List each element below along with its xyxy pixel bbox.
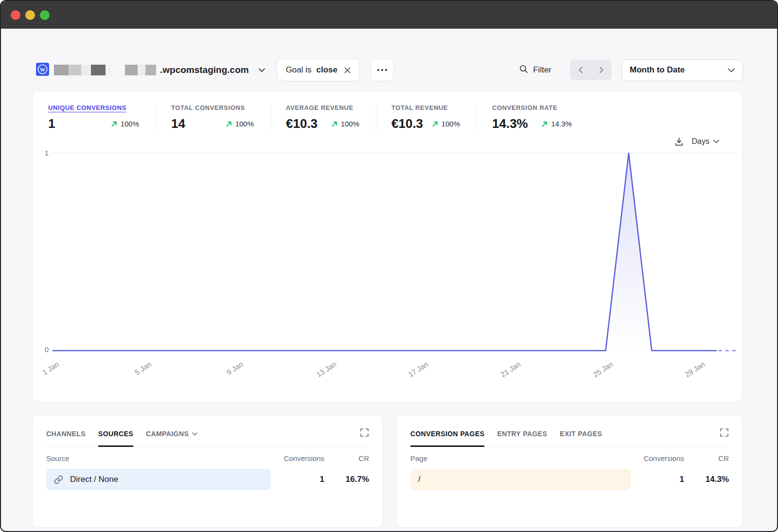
window-titlebar [1, 1, 777, 29]
svg-text:W: W [40, 66, 45, 72]
page-cell[interactable]: / [410, 469, 631, 490]
trend-up-icon [226, 121, 232, 127]
cr-value: 16.7% [324, 475, 369, 484]
pages-table-header: Page Conversions CR [410, 454, 729, 462]
bottom-panels: CHANNELS SOURCES CAMPAIGNS Source Conver… [32, 415, 743, 528]
metric-total-revenue[interactable]: TOTAL REVENUE €10.3 100% [376, 104, 477, 131]
y-axis-label: 1 [33, 149, 49, 157]
metric-total-conversions[interactable]: TOTAL CONVERSIONS 14 100% [156, 104, 270, 131]
expand-icon[interactable] [720, 427, 729, 437]
date-range-select[interactable]: Month to Date [621, 59, 743, 81]
pages-panel: CONVERSION PAGES ENTRY PAGES EXIT PAGES … [396, 415, 743, 528]
metric-label: TOTAL CONVERSIONS [171, 104, 254, 111]
date-range-value: Month to Date [630, 65, 685, 75]
trend-up-icon [331, 121, 338, 127]
goal-filter-chip[interactable]: Goal is close [277, 59, 360, 81]
column-conversions: Conversions [271, 454, 324, 462]
chevron-down-icon [728, 68, 735, 72]
metric-label: UNIQUE CONVERSIONS [48, 104, 139, 111]
x-axis-label: 17 Jan [407, 360, 430, 379]
source-cell[interactable]: Direct / None [46, 469, 271, 490]
metrics-row: UNIQUE CONVERSIONS 1 100% TOTAL CONVERSI… [33, 104, 743, 131]
search-icon [519, 64, 529, 76]
metric-change: 100% [432, 120, 460, 128]
sources-table-header: Source Conversions CR [46, 454, 369, 462]
tab-entry-pages[interactable]: ENTRY PAGES [497, 427, 547, 447]
chevron-down-icon [713, 140, 719, 143]
tab-sources[interactable]: SOURCES [98, 427, 133, 447]
goal-chip-prefix: Goal is [286, 65, 312, 75]
metric-label: AVERAGE REVENUE [286, 104, 359, 111]
metric-conversion-rate[interactable]: CONVERSION RATE 14.3% 14.3% [477, 104, 588, 131]
conversions-chart[interactable]: 1 0 1 Jan5 Jan9 Jan13 Jan17 Jan21 Jan25 … [33, 152, 743, 385]
metric-change: 100% [331, 120, 359, 128]
pages-tabs: CONVERSION PAGES ENTRY PAGES EXIT PAGES [410, 427, 729, 446]
x-axis-label: 25 Jan [591, 360, 614, 379]
remove-filter-icon[interactable] [344, 67, 351, 73]
x-axis: 1 Jan5 Jan9 Jan13 Jan17 Jan21 Jan25 Jan2… [53, 352, 738, 384]
chart-interval-value: Days [692, 137, 709, 146]
page-label: / [418, 475, 421, 484]
tab-conversion-pages[interactable]: CONVERSION PAGES [410, 427, 484, 447]
metric-change: 100% [226, 120, 254, 128]
toolbar: W .wpcomstaging.com Goal is close [32, 59, 743, 81]
source-label: Direct / None [70, 475, 118, 484]
overview-card: UNIQUE CONVERSIONS 1 100% TOTAL CONVERSI… [32, 91, 743, 402]
cr-value: 14.3% [684, 475, 729, 484]
minimize-window-button[interactable] [25, 10, 35, 20]
download-icon[interactable] [674, 137, 684, 147]
tab-channels[interactable]: CHANNELS [46, 427, 86, 447]
x-axis-label: 9 Jan [225, 360, 245, 376]
metric-average-revenue[interactable]: AVERAGE REVENUE €10.3 100% [270, 104, 376, 131]
conversions-value: 1 [271, 475, 324, 484]
x-axis-label: 5 Jan [133, 360, 152, 376]
filter-button[interactable]: Filter [519, 64, 551, 76]
metric-value: 1 [48, 116, 55, 131]
table-row[interactable]: Direct / None 1 16.7% [46, 469, 369, 490]
x-axis-label: 1 Jan [41, 360, 60, 376]
column-conversions: Conversions [631, 454, 684, 462]
metric-label: CONVERSION RATE [492, 104, 572, 111]
column-page: Page [410, 454, 631, 462]
metric-change: 14.3% [541, 120, 572, 128]
x-axis-label: 29 Jan [683, 360, 706, 379]
metric-change: 100% [111, 120, 139, 128]
trend-up-icon [432, 121, 439, 127]
next-period-button[interactable] [591, 60, 612, 80]
sources-panel: CHANNELS SOURCES CAMPAIGNS Source Conver… [32, 415, 383, 528]
app-window: W .wpcomstaging.com Goal is close [0, 0, 778, 532]
expand-icon[interactable] [360, 427, 369, 437]
metric-unique-conversions[interactable]: UNIQUE CONVERSIONS 1 100% [48, 104, 156, 131]
chart-controls: Days [33, 131, 743, 152]
x-axis-label: 13 Jan [315, 360, 337, 379]
tab-exit-pages[interactable]: EXIT PAGES [560, 427, 602, 447]
chevron-down-icon [192, 432, 197, 436]
metric-value: €10.3 [391, 116, 423, 131]
sources-tabs: CHANNELS SOURCES CAMPAIGNS [46, 427, 369, 446]
toolbar-right: Filter Month to Date [519, 59, 743, 81]
site-selector[interactable]: W .wpcomstaging.com [32, 63, 265, 78]
table-row[interactable]: / 1 14.3% [410, 469, 729, 490]
previous-period-button[interactable] [570, 60, 591, 80]
trend-up-icon [541, 121, 548, 127]
chevron-down-icon [259, 68, 265, 72]
close-window-button[interactable] [11, 10, 20, 20]
link-icon [54, 475, 63, 484]
zoom-window-button[interactable] [40, 10, 50, 20]
chart-plot-area[interactable] [53, 152, 738, 352]
date-pager [570, 60, 612, 80]
x-axis-label: 21 Jan [499, 360, 522, 379]
page-content: W .wpcomstaging.com Goal is close [1, 59, 777, 528]
more-options-button[interactable] [371, 59, 394, 81]
site-domain-label: .wpcomstaging.com [160, 65, 249, 75]
goal-chip-value: close [317, 65, 337, 75]
chart-interval-select[interactable]: Days [692, 137, 719, 146]
metric-value: 14 [171, 116, 185, 131]
column-cr: CR [324, 454, 369, 462]
column-cr: CR [684, 454, 729, 462]
filter-button-label: Filter [533, 65, 551, 75]
redacted-site-name-2 [125, 65, 156, 75]
column-source: Source [46, 454, 271, 462]
conversions-chart-svg [53, 152, 738, 352]
tab-campaigns[interactable]: CAMPAIGNS [146, 427, 197, 447]
